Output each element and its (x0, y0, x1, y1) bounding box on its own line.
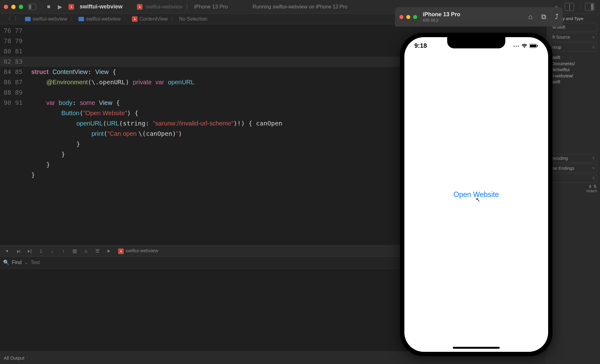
destination-name: iPhone 13 Pro (194, 4, 228, 10)
nav-arrows: 〈 〉 (0, 16, 25, 22)
step-over-icon[interactable]: ⤵ (38, 248, 44, 254)
crumb-file: ContentView (139, 16, 168, 22)
sim-close-dot[interactable] (399, 15, 403, 19)
mouse-cursor-icon: ↖ (476, 196, 480, 203)
sim-minimize-dot[interactable] (406, 15, 410, 19)
phone-time: 9:18 (414, 42, 427, 50)
nav-back-icon[interactable]: 〈 (6, 16, 11, 22)
line-endings-field[interactable]: ne Endings⇅ (550, 164, 597, 173)
toolbar-separator (41, 3, 42, 10)
breakpoints-icon[interactable]: ⏯ (15, 248, 22, 254)
cellular-icon: ⋯ (513, 42, 519, 50)
indent-label: Indent (550, 189, 597, 193)
scheme-selector[interactable]: 𝛌 swiftui-webview 〉 iPhone 13 Pro (137, 3, 228, 10)
svg-rect-1 (530, 45, 536, 47)
find-label[interactable]: Find (12, 260, 22, 265)
process-name: swiftui-webview (126, 248, 158, 253)
crumb-group: swiftui-webview (86, 16, 121, 22)
continue-icon[interactable]: ▸| (26, 248, 33, 254)
swift-file-icon: 𝛌 (132, 16, 138, 22)
sim-title: iPhone 13 Pro (423, 11, 460, 18)
crumb-selection: No Selection (179, 16, 208, 22)
indent-type-field[interactable]: ⇅ (550, 174, 597, 183)
scheme-app-icon: 𝛌 (137, 4, 142, 10)
indent-stepper[interactable]: ⇅ (593, 184, 597, 189)
process-chip[interactable]: 𝛌swiftui-webview (118, 248, 158, 254)
memory-graph-icon[interactable]: ⎌ (82, 248, 89, 254)
simulator-titlebar: iPhone 13 Pro iOS 16.2 ⌂ ⧉ ⤴ (395, 7, 563, 27)
search-icon[interactable]: 🔍 (3, 259, 9, 265)
window-minimize-dot[interactable] (11, 5, 16, 9)
view-debug-icon[interactable]: ▥ (71, 248, 78, 254)
file-type-field[interactable]: ft Source⇅ (550, 33, 597, 42)
file-path-text: .swift /Documents/ ple/swiftui ui-webvie… (550, 55, 597, 85)
inspectors-panel-icon[interactable] (585, 2, 594, 12)
encoding-field[interactable]: ncoding⇅ (550, 154, 597, 163)
stop-button[interactable]: ■ (44, 2, 53, 12)
phone-screen[interactable]: 9:18 ⋯ Open Website ↖ (404, 37, 548, 352)
step-in-icon[interactable]: ↓ (49, 248, 56, 254)
group-folder-icon (78, 17, 84, 21)
activity-status: Running swiftui-webview on iPhone 13 Pro (252, 4, 347, 10)
battery-icon (529, 44, 538, 48)
navigator-panel-icon[interactable] (28, 2, 37, 12)
inspector-panel: Identity and Type w.swift ft Source⇅ rou… (547, 14, 600, 364)
home-icon[interactable]: ⌂ (528, 13, 532, 21)
svg-rect-2 (537, 45, 538, 47)
sim-traffic-lights (399, 15, 417, 19)
find-dropdown-icon[interactable]: ⌄ (24, 259, 28, 265)
window-close-dot[interactable] (4, 5, 8, 9)
window-maximize-dot[interactable] (19, 5, 23, 9)
rotate-icon[interactable]: ⤴ (555, 13, 558, 21)
step-out-icon[interactable]: ↑ (60, 248, 67, 254)
iphone-simulator: 9:18 ⋯ Open Website ↖ (400, 33, 552, 356)
line-gutter: 76 77 78 79 80 81 82 83 84 85 86 87 88 8… (0, 24, 27, 245)
scheme-name: swiftui-webview (146, 4, 182, 10)
nav-forward-icon[interactable]: 〉 (14, 16, 19, 22)
window-traffic-lights (4, 5, 23, 9)
sim-subtitle: iOS 16.2 (423, 18, 460, 22)
location-icon[interactable]: ➤ (105, 248, 112, 254)
hide-debug-icon[interactable]: ▾ (4, 248, 11, 254)
crumb-project: swiftui-webview (32, 16, 67, 22)
editor-split-icon[interactable] (565, 2, 574, 12)
scheme-arrow: 〉 (186, 3, 191, 10)
scheme-icon[interactable]: 𝛌 (67, 2, 76, 12)
toolbar-separator (580, 2, 581, 9)
run-button[interactable]: ▶ (55, 2, 65, 12)
wifi-icon (521, 44, 528, 48)
sim-maximize-dot[interactable] (413, 15, 417, 19)
screenshot-icon[interactable]: ⧉ (541, 13, 546, 21)
output-filter-selector[interactable]: All Output ⌃ (4, 355, 28, 361)
breadcrumb[interactable]: swiftui-webview 〉 swiftui-webview 〉 𝛌Con… (25, 16, 207, 22)
project-folder-icon (25, 17, 31, 21)
env-overrides-icon[interactable]: ☰ (94, 248, 101, 254)
project-name[interactable]: swiftui-webview (80, 3, 122, 10)
home-indicator[interactable] (453, 347, 500, 349)
indent-value: 4 (589, 184, 591, 189)
phone-status-bar: 9:18 ⋯ (404, 42, 548, 50)
group-field[interactable]: roup⇅ (550, 43, 597, 52)
